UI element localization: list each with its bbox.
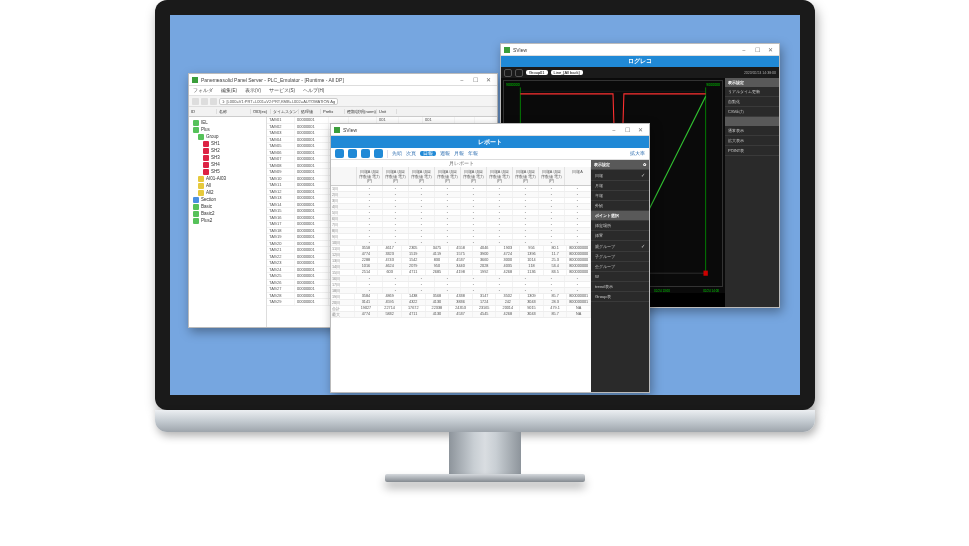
tree-item[interactable]: Section [191,196,264,203]
menu-item[interactable]: リアルタイム更新 [725,87,779,97]
col-header[interactable]: Unit [377,109,397,114]
col-header[interactable]: 日報A 項目序数値 電力(P) [461,167,487,185]
cell: TAG10 [267,176,295,182]
cell: - [487,222,513,227]
menu-item[interactable]: 月報 [591,181,649,191]
close-button[interactable]: ✕ [764,45,776,55]
close-button[interactable]: ✕ [482,75,494,85]
menu-item[interactable]: 年報 [591,191,649,201]
nav-next-button[interactable] [361,149,370,158]
menu-item[interactable]: CSV出力 [725,107,779,117]
device-tree[interactable]: IELPlusGroupSH1SH2SH3SH4SH5AI01-AI03AllA… [189,117,267,327]
menu-item[interactable]: 外観 [591,201,649,211]
nav-first-button[interactable] [504,69,512,77]
menu-item[interactable]: W [591,272,649,282]
menu-item[interactable]: 編集(E) [221,88,237,93]
menu-item[interactable]: 全グループ [591,262,649,272]
report-sheet[interactable]: 月レポート 日報A 項目序数値 電力(P)日報A 項目序数値 電力(P)日報A … [331,160,591,392]
col-header[interactable]: タイムスタンプ [271,109,299,114]
tab-month[interactable]: 月報 [454,151,464,156]
menu-item[interactable]: 自動化 [725,97,779,107]
tree-item[interactable]: SH2 [191,147,264,154]
col-header[interactable]: 処理値 [299,109,321,114]
maximize-button[interactable]: ☐ [751,45,763,55]
tree-item[interactable]: Plus2 [191,217,264,224]
nav-first-button[interactable] [335,149,344,158]
tree-item[interactable]: SH3 [191,154,264,161]
col-header[interactable]: 日報A 項目序数値 電力(P) [383,167,409,185]
tab-year[interactable]: 年報 [468,151,478,156]
cell: 11日 [331,246,355,251]
tool-icon[interactable] [192,98,199,105]
titlebar[interactable]: Panemeasolid Panel Server - PLC_Emulator… [189,74,497,86]
menu-item[interactable]: 拡大表示 [725,136,779,146]
col-header[interactable]: ID [189,109,217,114]
col-header[interactable]: OID(ex) [251,109,271,114]
menu-item[interactable]: 表示(V) [245,88,261,93]
menu-item[interactable]: 子グループ [591,252,649,262]
cell: 4724 [496,252,520,257]
menu-item[interactable]: フォルダ [193,88,213,93]
menu-item[interactable]: 親グループ✓ [591,241,649,252]
tree-item[interactable]: SH4 [191,161,264,168]
menu-item[interactable]: Group表 [591,292,649,302]
table-row[interactable]: 最大4774583247114130453745454268304385.7NA [331,312,591,318]
tree-item[interactable]: AI01-AI03 [191,175,264,182]
prev-label[interactable]: 先頭 [392,151,402,156]
col-header[interactable]: Prefix [321,109,345,114]
tree-item[interactable]: Plus [191,126,264,133]
menu-item[interactable]: trend表示 [591,282,649,292]
col-header[interactable]: 日報A [565,167,591,185]
cell: - [409,186,435,191]
address-field[interactable]: 1: [L000=V1:PRT+L001=V2:PRT,KMB+L002=AUT… [219,98,338,105]
cell: 4617 [378,246,402,251]
zoom-label[interactable]: 拡大率 [630,151,645,156]
tab-week[interactable]: 週報 [440,151,450,156]
tree-item[interactable]: Basic2 [191,210,264,217]
nav-prev-button[interactable] [348,149,357,158]
col-header[interactable]: 日報A 項目序数値 電力(P) [357,167,383,185]
monitor-stand-neck [449,432,521,474]
col-header[interactable]: 日報A 項目序数値 電力(P) [487,167,513,185]
cell: - [383,186,409,191]
gear-icon[interactable]: ✿ [643,162,646,167]
tree-item[interactable]: SH5 [191,168,264,175]
titlebar[interactable]: SView − ☐ ✕ [501,44,779,56]
tool-icon[interactable] [210,98,217,105]
menu-item[interactable]: 日報✓ [591,170,649,181]
close-button[interactable]: ✕ [634,125,646,135]
nav-prev-button[interactable] [515,69,523,77]
col-header[interactable]: 名称 [217,109,251,114]
col-header[interactable]: 日報A 項目序数値 電力(P) [539,167,565,185]
col-header[interactable]: 日報A 項目序数値 電力(P) [409,167,435,185]
tab-day[interactable]: 日報 [420,151,436,156]
maximize-button[interactable]: ☐ [621,125,633,135]
titlebar[interactable]: SView − ☐ ✕ [331,124,649,136]
next-label[interactable]: 次頁 [406,151,416,156]
tree-item[interactable]: All [191,182,264,189]
col-header[interactable]: 日報A 項目序数値 電力(P) [435,167,461,185]
menu-item[interactable]: ヘルプ(H) [303,88,324,93]
tree-item[interactable]: Basic [191,203,264,210]
group-select[interactable]: Group01 [526,70,548,75]
tree-item[interactable]: Group [191,133,264,140]
tree-item[interactable]: All2 [191,189,264,196]
col-header[interactable]: 日報A 項目序数値 電力(P) [513,167,539,185]
tree-item[interactable]: IEL [191,119,264,126]
col-header[interactable]: 種類/説明(norm) [345,109,377,114]
menu-item[interactable]: 通常表示 [725,126,779,136]
nav-last-button[interactable] [374,149,383,158]
minimize-button[interactable]: − [608,125,620,135]
menu-item[interactable]: 挿置 [591,231,649,241]
menu-item[interactable]: サービス(S) [269,88,295,93]
minimize-button[interactable]: − [738,45,750,55]
menu-item[interactable]: 挿定場所 [591,221,649,231]
maximize-button[interactable]: ☐ [469,75,481,85]
tool-icon[interactable] [201,98,208,105]
col-header[interactable] [331,167,357,185]
tree-item[interactable]: SH1 [191,140,264,147]
menu-item[interactable]: POINT表 [725,146,779,156]
minimize-button[interactable]: − [456,75,468,85]
series-select[interactable]: Line_[All back] [551,70,583,75]
report-window[interactable]: SView − ☐ ✕ レポート 先頭 次頁 日報 [330,123,650,393]
